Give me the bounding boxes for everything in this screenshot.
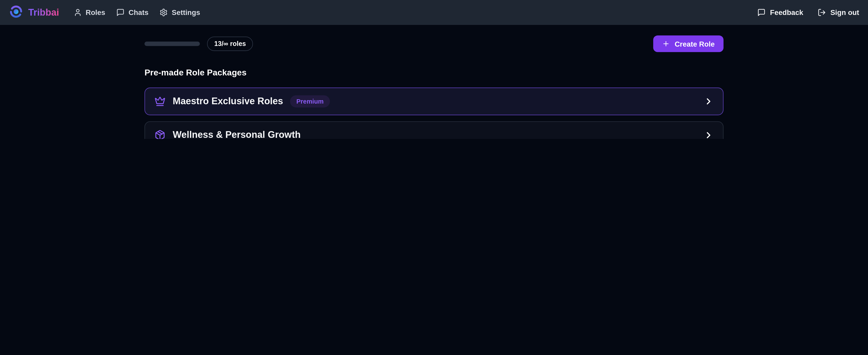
- crown-icon: [154, 96, 165, 107]
- gear-icon: [160, 8, 168, 17]
- signout-button[interactable]: Sign out: [817, 8, 859, 17]
- user-icon: [73, 8, 82, 17]
- chat-bubble-icon: [116, 8, 125, 17]
- roles-usage-progressbar: [145, 41, 200, 46]
- nav-item-label: Chats: [128, 8, 148, 17]
- package-list: Maestro Exclusive Roles Premium Wellness…: [145, 88, 723, 139]
- feedback-label: Feedback: [770, 8, 803, 17]
- premium-badge: Premium: [290, 95, 330, 108]
- feedback-chat-icon: [757, 8, 766, 17]
- feedback-button[interactable]: Feedback: [757, 8, 803, 17]
- nav-item-settings[interactable]: Settings: [160, 8, 200, 17]
- package-icon: [154, 129, 165, 139]
- create-role-button[interactable]: Create Role: [653, 35, 723, 52]
- main-content: 13/∞ roles Create Role Pre-made Role Pac…: [145, 35, 723, 139]
- tribbai-logo-icon: [9, 4, 23, 21]
- brand-logo[interactable]: Tribbai: [9, 4, 59, 21]
- app-viewport: Tribbai Roles Chats Settings: [0, 0, 868, 139]
- nav-item-chats[interactable]: Chats: [116, 8, 149, 17]
- package-name: Wellness & Personal Growth: [173, 129, 301, 139]
- nav-item-label: Roles: [86, 8, 105, 17]
- nav-right: Feedback Sign out: [757, 8, 859, 17]
- package-row-maestro[interactable]: Maestro Exclusive Roles Premium: [145, 88, 723, 115]
- create-role-label: Create Role: [675, 40, 715, 48]
- roles-toolbar: 13/∞ roles Create Role: [145, 35, 723, 52]
- nav-item-roles[interactable]: Roles: [73, 8, 105, 17]
- logout-icon: [817, 8, 826, 17]
- chevron-right-icon: [704, 130, 714, 139]
- brand-name: Tribbai: [28, 7, 59, 18]
- roles-count-badge: 13/∞ roles: [207, 37, 253, 51]
- plus-icon: [662, 40, 670, 48]
- package-name: Maestro Exclusive Roles: [173, 96, 283, 107]
- nav-item-label: Settings: [172, 8, 200, 17]
- navbar: Tribbai Roles Chats Settings: [0, 0, 868, 25]
- chevron-right-icon: [704, 96, 714, 107]
- packages-section-title: Pre-made Role Packages: [145, 68, 723, 78]
- signout-label: Sign out: [830, 8, 859, 17]
- package-row-wellness[interactable]: Wellness & Personal Growth: [145, 121, 723, 139]
